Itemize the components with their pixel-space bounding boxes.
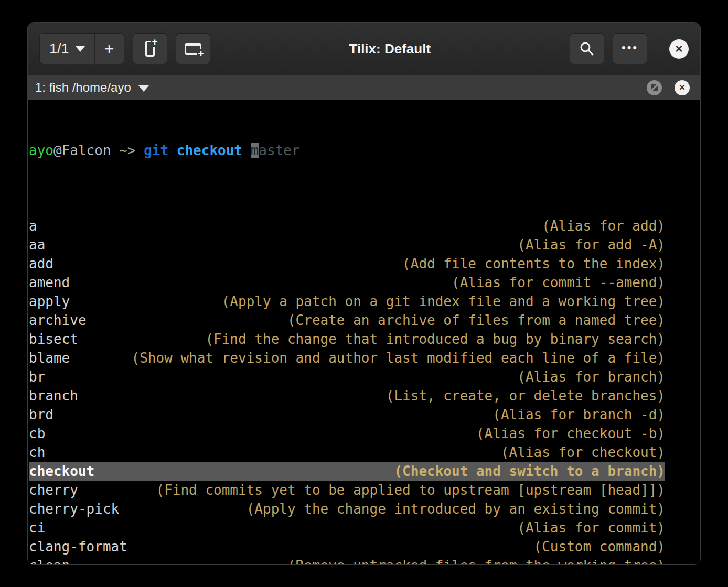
completion-command: clean: [29, 556, 70, 565]
completion-row: branch(List, create, or delete branches): [29, 386, 665, 405]
completion-command: checkout: [29, 462, 94, 481]
completion-command: apply: [29, 292, 70, 311]
completion-command: amend: [29, 273, 70, 292]
completion-row: clean(Remove untracked files from the wo…: [29, 556, 665, 565]
completion-row: a(Alias for add): [29, 216, 665, 235]
completion-command: ci: [29, 518, 45, 537]
completion-row: amend(Alias for commit --amend): [29, 273, 665, 292]
autosuggestion-text: aster: [259, 143, 299, 158]
session-selector-button[interactable]: 1/1: [40, 34, 94, 64]
completion-description: (Create an archive of files from a named…: [287, 311, 665, 330]
completion-description: (Apply a patch on a git index file and a…: [222, 292, 665, 311]
completion-command: cb: [29, 424, 45, 443]
completion-description: (Alias for branch -d): [493, 405, 665, 424]
chevron-down-icon: [138, 85, 149, 92]
completion-description: (Show what revision and author last modi…: [132, 349, 665, 367]
completion-row: ch(Alias for checkout): [29, 443, 665, 462]
window-close-button[interactable]: ✕: [669, 39, 689, 59]
completion-row: add(Add file contents to the index): [29, 254, 665, 273]
completion-description: (Checkout and switch to a branch): [394, 462, 665, 481]
completion-row: cherry(Find commits yet to be applied to…: [29, 481, 665, 499]
completion-command: cherry: [29, 481, 78, 499]
close-terminal-button[interactable]: ✕: [675, 80, 690, 95]
split-down-button[interactable]: +: [176, 33, 210, 64]
completion-row: clang-format(Custom command): [29, 537, 665, 556]
completion-description: (List, create, or delete branches): [386, 386, 665, 405]
completion-description: (Apply the change introduced by an exist…: [247, 499, 665, 518]
completion-command: brd: [29, 405, 53, 424]
completion-row: blame(Show what revision and author last…: [29, 349, 665, 367]
search-button[interactable]: [570, 33, 604, 64]
completion-description: (Remove untracked files from the working…: [287, 556, 665, 565]
completion-command: bisect: [29, 330, 78, 349]
typed-command: git: [144, 143, 168, 158]
completion-row: cb(Alias for checkout -b): [29, 424, 665, 443]
chevron-down-icon: [76, 46, 85, 52]
completion-command: blame: [29, 349, 70, 367]
close-icon: ✕: [675, 43, 683, 55]
completion-description: (Alias for checkout): [501, 443, 665, 462]
split-right-button[interactable]: +: [133, 33, 167, 64]
session-indicator: 1/1: [49, 41, 69, 57]
completion-description: (Add file contents to the index): [402, 254, 665, 273]
completion-description: (Custom command): [534, 537, 665, 556]
split-terminal-down-icon: +: [185, 43, 201, 55]
completion-description: (Alias for add -A): [517, 235, 665, 254]
completion-command: clang-format: [29, 537, 127, 556]
completion-row: brd(Alias for branch -d): [29, 405, 665, 424]
tilix-window: 1/1 + + + Tilix: Default ••• ✕: [27, 22, 701, 565]
completion-pager: a(Alias for add)aa(Alias for add -A)add(…: [29, 216, 700, 565]
prompt-host: @Falcon: [53, 143, 111, 158]
menu-button[interactable]: •••: [613, 33, 647, 64]
completion-command: archive: [29, 311, 87, 330]
plus-icon: +: [104, 39, 114, 59]
completion-command: add: [29, 254, 53, 273]
terminal-title-label: 1: fish /home/ayo: [35, 80, 131, 95]
search-icon: [579, 41, 595, 57]
completion-row: aa(Alias for add -A): [29, 235, 665, 254]
terminal-title-bar: 1: fish /home/ayo ✕: [28, 75, 700, 100]
circle-slash-icon: [647, 80, 662, 95]
completion-command: a: [29, 216, 37, 235]
completion-command: ch: [29, 443, 45, 462]
header-bar: 1/1 + + + Tilix: Default ••• ✕: [28, 23, 700, 75]
window-title: Tilix: Default: [219, 41, 561, 57]
close-icon: ✕: [679, 83, 686, 92]
split-terminal-right-icon: +: [145, 41, 155, 57]
completion-row: cherry-pick(Apply the change introduced …: [29, 499, 665, 518]
ellipsis-icon: •••: [622, 41, 638, 57]
completion-command: br: [29, 367, 45, 386]
completion-command: aa: [29, 235, 45, 254]
completion-row: bisect(Find the change that introduced a…: [29, 330, 665, 349]
completion-row: checkout(Checkout and switch to a branch…: [29, 462, 665, 481]
prompt-line: ayo@Falcon ~> git checkout master: [29, 141, 665, 160]
completion-description: (Alias for checkout -b): [476, 424, 665, 443]
text-cursor: m: [251, 143, 259, 158]
completion-description: (Alias for commit): [517, 518, 665, 537]
terminal-title-dropdown[interactable]: 1: fish /home/ayo: [35, 80, 149, 95]
completion-row: br(Alias for branch): [29, 367, 665, 386]
terminal-bar-actions: ✕: [647, 80, 693, 95]
terminal-screen[interactable]: ayo@Falcon ~> git checkout master a(Alia…: [28, 100, 700, 564]
session-controls: 1/1 +: [39, 33, 124, 64]
typed-subcommand: checkout: [168, 143, 251, 158]
prompt-symbol: ~>: [111, 143, 144, 158]
completion-command: cherry-pick: [29, 499, 119, 518]
completion-row: ci(Alias for commit): [29, 518, 665, 537]
completion-description: (Find commits yet to be applied to upstr…: [156, 481, 665, 499]
completion-description: (Alias for commit --amend): [452, 273, 665, 292]
completion-description: (Alias for branch): [517, 367, 665, 386]
completion-description: (Alias for add): [542, 216, 665, 235]
completion-command: branch: [29, 386, 78, 405]
completion-row: archive(Create an archive of files from …: [29, 311, 665, 330]
completion-description: (Find the change that introduced a bug b…: [205, 330, 665, 349]
completion-row: apply(Apply a patch on a git index file …: [29, 292, 665, 311]
add-terminal-button[interactable]: +: [94, 34, 124, 64]
prompt-user: ayo: [29, 143, 53, 158]
silence-notifications-button[interactable]: [647, 80, 662, 95]
